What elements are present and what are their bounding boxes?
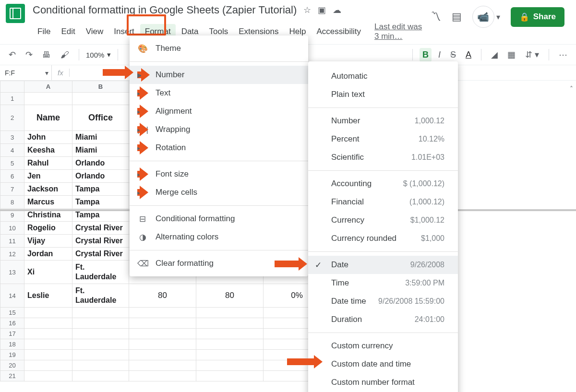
redo-icon[interactable]: ↷ xyxy=(23,48,36,62)
cell[interactable]: Tampa xyxy=(72,196,129,209)
star-icon[interactable]: ☆ xyxy=(303,5,311,15)
strikethrough-button[interactable]: S xyxy=(447,48,459,62)
share-button[interactable]: 🔒 Share xyxy=(511,7,564,27)
cell[interactable] xyxy=(72,329,129,339)
cell[interactable] xyxy=(24,371,72,381)
number-option[interactable]: Custom number format xyxy=(308,373,458,392)
format-clear[interactable]: ⌫ Clear formatting ⌘\ xyxy=(130,254,308,273)
cell[interactable] xyxy=(129,350,196,360)
cell[interactable]: Ft.Lauderdale xyxy=(72,284,129,308)
activity-icon[interactable]: 〽 xyxy=(431,11,441,23)
cell[interactable]: John xyxy=(24,131,72,144)
cell[interactable] xyxy=(196,371,264,381)
cell[interactable] xyxy=(72,339,129,350)
cell[interactable] xyxy=(72,371,129,381)
italic-button[interactable]: I xyxy=(435,48,444,62)
number-option[interactable]: Accounting$ (1,000.12) xyxy=(308,175,458,193)
row-header[interactable]: 10 xyxy=(0,222,24,235)
cell[interactable] xyxy=(72,318,129,329)
menu-edit[interactable]: Edit xyxy=(56,24,80,39)
format-conditional[interactable]: ⊟ Conditional formatting xyxy=(130,210,308,228)
zoom-select[interactable]: 100%▾ xyxy=(86,50,111,59)
row-header[interactable]: 15 xyxy=(0,308,24,318)
format-wrapping[interactable]: |↵| Wrapping ▸ xyxy=(130,120,308,139)
cell[interactable]: Crystal River xyxy=(72,235,129,248)
cell[interactable]: Keesha xyxy=(24,144,72,157)
cell[interactable]: Tampa xyxy=(72,183,129,196)
table-header-name[interactable]: Name xyxy=(24,105,72,131)
col-header-B[interactable]: B xyxy=(72,81,129,93)
number-option[interactable]: Plain text xyxy=(308,85,458,104)
cell[interactable] xyxy=(24,318,72,329)
format-alignment[interactable]: ≡ Alignment ▸ xyxy=(130,102,308,120)
cell[interactable]: Rahul xyxy=(24,157,72,170)
cell[interactable]: Leslie xyxy=(24,284,72,308)
row-header[interactable]: 21 xyxy=(0,371,24,381)
format-merge-cells[interactable]: ⤡ Merge cells ▸ xyxy=(130,183,308,202)
format-number[interactable]: 123 Number ▶ xyxy=(130,66,308,84)
cell[interactable]: Orlando xyxy=(72,157,129,170)
cell[interactable]: Tampa xyxy=(72,209,129,222)
row-header[interactable]: 12 xyxy=(0,248,24,261)
cell[interactable]: Ft.Lauderdale xyxy=(72,261,129,284)
cell[interactable] xyxy=(196,360,264,371)
number-option[interactable]: Custom date and time xyxy=(308,355,458,373)
meet-icon[interactable]: 📹 xyxy=(472,6,494,28)
row-header[interactable]: 17 xyxy=(0,329,24,339)
row-header[interactable]: 11 xyxy=(0,235,24,248)
cell[interactable] xyxy=(129,360,196,371)
number-option[interactable]: Currency rounded$1,000 xyxy=(308,229,458,248)
cell[interactable] xyxy=(24,329,72,339)
meet-dropdown-icon[interactable]: ▾ xyxy=(496,12,500,22)
name-box[interactable]: F:F▾ xyxy=(0,65,52,80)
row-header[interactable]: 3 xyxy=(0,131,24,144)
cell[interactable]: Rogelio xyxy=(24,222,72,235)
sheets-logo-icon[interactable] xyxy=(6,4,25,23)
format-font-size[interactable]: тT Font size ▸ xyxy=(130,165,308,183)
cell[interactable] xyxy=(72,360,129,371)
format-text[interactable]: B Text ▸ xyxy=(130,84,308,102)
merge-icon[interactable]: ⇵ ▾ xyxy=(522,48,542,62)
cell[interactable] xyxy=(72,308,129,318)
cell[interactable] xyxy=(129,308,196,318)
row-header[interactable]: 9 xyxy=(0,209,24,222)
row-header[interactable]: 7 xyxy=(0,183,24,196)
row-header[interactable]: 5 xyxy=(0,157,24,170)
cell[interactable] xyxy=(72,350,129,360)
format-alternating[interactable]: ◑ Alternating colors xyxy=(130,228,308,246)
menu-file[interactable]: File xyxy=(33,24,55,39)
text-color-button[interactable]: A xyxy=(463,48,474,62)
number-option[interactable]: Currency$1,000.12 xyxy=(308,211,458,229)
cell[interactable] xyxy=(196,339,264,350)
row-header[interactable]: 14 xyxy=(0,284,24,308)
comments-icon[interactable]: ▤ xyxy=(452,11,462,23)
number-option[interactable]: Date time9/26/2008 15:59:00 xyxy=(308,292,458,310)
number-option[interactable]: Automatic xyxy=(308,67,458,85)
cell[interactable]: Christina xyxy=(24,209,72,222)
cell[interactable]: Miami xyxy=(72,144,129,157)
number-option[interactable]: Percent10.12% xyxy=(308,130,458,148)
cell[interactable]: Jordan xyxy=(24,248,72,261)
cell[interactable] xyxy=(24,360,72,371)
row-header[interactable]: 2 xyxy=(0,105,24,131)
cell[interactable]: Crystal River xyxy=(72,248,129,261)
cell[interactable] xyxy=(129,329,196,339)
number-option[interactable]: Number1,000.12 xyxy=(308,112,458,130)
number-option[interactable]: Financial(1,000.12) xyxy=(308,193,458,211)
row-header[interactable]: 18 xyxy=(0,339,24,350)
row-header[interactable]: 20 xyxy=(0,360,24,371)
row-header[interactable]: 19 xyxy=(0,350,24,360)
cell[interactable]: Jackson xyxy=(24,183,72,196)
row-header[interactable]: 13 xyxy=(0,261,24,284)
row-header[interactable]: 8 xyxy=(0,196,24,209)
menu-accessibility[interactable]: Accessibility xyxy=(312,24,366,39)
paint-format-icon[interactable]: 🖌 xyxy=(58,48,72,62)
print-icon[interactable]: 🖶 xyxy=(39,48,54,62)
cell[interactable] xyxy=(196,308,264,318)
cell[interactable]: Xi xyxy=(24,261,72,284)
fill-color-icon[interactable]: ◢ xyxy=(488,48,501,62)
bold-button[interactable]: B xyxy=(420,48,432,62)
cell[interactable]: Crystal River xyxy=(72,222,129,235)
cell[interactable]: Orlando xyxy=(72,170,129,183)
cell[interactable]: Jen xyxy=(24,170,72,183)
